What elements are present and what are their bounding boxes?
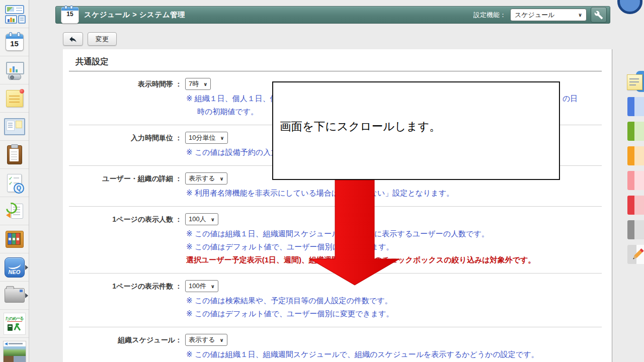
field-label: 表示時間帯 ： [69,78,182,118]
field-label: 組織スケジュール： [69,334,182,361]
users-per-page-select[interactable]: 100人∨ [185,213,218,225]
settings-function-select[interactable]: スケジュール ∨ [510,9,587,21]
back-button[interactable] [63,32,83,46]
chevron-down-icon: ∨ [203,81,207,87]
cabinet-icon [6,231,24,248]
label-pink-icon[interactable] [627,171,644,190]
chevron-down-icon: ∨ [220,337,224,343]
section-title: 共通設定 [69,54,602,71]
expand-arrow-icon [25,293,28,298]
chevron-down-icon: ∨ [578,12,582,18]
sidebar-item-folder[interactable] [0,282,29,310]
presentation-icon [5,61,25,79]
screen: 15 ✓✓ Q [0,0,644,362]
input-time-unit-select[interactable]: 10分単位∨ [185,132,228,144]
left-sidebar: 15 ✓✓ Q [0,0,29,362]
items-per-page-select[interactable]: 100件∨ [185,280,218,292]
breadcrumb: スケジュール > システム管理 [84,10,473,20]
label-orange-icon[interactable] [627,146,644,165]
sidebar-item-memo[interactable] [0,84,29,113]
field-notes: ※ この値は組織１日、組織週間スケジュールで、組織のスケジュールを表示するかどう… [186,348,602,361]
tanomail-label: たのめーる [4,316,25,321]
select-value: 100件 [189,282,206,291]
settings-wrench-button[interactable] [591,7,607,23]
annotation-message: 画面を下にスクロールします。 [280,119,441,134]
select-value: 7時 [189,79,199,88]
pencil-icon[interactable] [627,245,644,264]
neo-label: NEO [5,269,24,275]
calendar-day-label: 15 [61,11,78,18]
select-value: 10分単位 [189,133,215,142]
wrench-icon [594,11,603,20]
bulletin-board-icon [4,118,25,135]
clipboard-icon [7,145,22,164]
sidebar-item-workflow[interactable] [0,197,29,225]
field-label: 1ページの表示人数 ： [69,213,182,266]
user-org-detail-select[interactable]: 表示する∨ [185,172,227,185]
sidebar-item-neo[interactable]: NEO [0,253,29,282]
annotation-box: 画面を下にスクロールします。 [272,81,560,180]
circle-badge-icon[interactable] [617,0,642,14]
label-red-icon[interactable] [627,196,644,215]
calendar-icon: 15 [61,7,79,24]
field-label: 1ページの表示件数 ： [69,280,182,320]
select-value: 表示する [189,335,215,344]
portal-icon [5,5,25,24]
sidebar-item-tanomail[interactable]: たのめーる [0,310,29,338]
label-green-icon[interactable] [627,122,644,141]
memo-icon [6,90,23,107]
label-gray-icon[interactable] [627,220,644,239]
field-notes: ※ この値は検索結果や、予定項目等の個人設定の件数です。※ この値はデフォルト値… [186,294,602,320]
chevron-down-icon: ∨ [211,284,215,289]
folder-icon [5,288,25,303]
select-value: 表示する [189,174,215,183]
change-button[interactable]: 変更 [88,32,117,46]
toolbar: 変更 [63,32,117,46]
select-value: 100人 [189,215,206,224]
chevron-down-icon: ∨ [220,135,224,141]
field-note-tail: の日 [562,92,578,105]
survey-icon: ✓✓ Q [7,174,22,192]
field-note: ※ この値は検索結果や、予定項目等の個人設定の件数です。 [186,294,602,307]
schedule-calendar-icon: 15 [6,34,24,51]
header-bar: 15 スケジュール > システム管理 設定機能： スケジュール ∨ [55,6,610,24]
org-schedule-select[interactable]: 表示する∨ [185,334,227,346]
workflow-icon [6,203,23,220]
sidebar-item-bulletin[interactable] [0,113,29,141]
form-row-org-schedule: 組織スケジュール：表示する∨※ この値は組織１日、組織週間スケジュールで、組織の… [69,327,602,362]
field-value-area: 表示する∨※ この値は組織１日、組織週間スケジュールで、組織のスケジュールを表示… [185,334,602,361]
field-label: 入力時間単位 ： [69,132,182,159]
field-note: ※ この値はデフォルト値で、ユーザー個別に変更できます。 [186,307,602,320]
sidebar-item-survey[interactable]: ✓✓ Q [0,169,29,197]
tanomail-icon: たのめーる [4,313,26,335]
field-label: ユーザー・組織の詳細 ： [69,172,182,200]
scroll-down-arrow [302,179,408,287]
settings-function-label: 設定機能： [473,11,506,20]
expand-arrow-icon [25,265,28,270]
display-time-range-select[interactable]: 7時∨ [185,78,211,90]
chevron-down-icon: ∨ [220,176,224,182]
sticky-note-icon[interactable] [627,71,644,95]
sidebar-item-presentation[interactable] [0,56,29,84]
field-note: ※ この値は組織１日、組織週間スケジュールで、組織のスケジュールを表示するかどう… [186,348,602,361]
label-blue-icon[interactable] [627,97,644,116]
sidebar-item-schedule[interactable]: 15 [0,28,29,56]
chevron-down-icon: ∨ [211,217,215,222]
calendar-day-label: 15 [6,39,23,48]
sidebar-item-cabinet[interactable] [0,225,29,253]
settings-function-value: スケジュール [515,11,555,20]
back-arrow-icon [68,35,77,44]
photo-banner-icon [3,341,26,362]
sidebar-item-portal[interactable] [0,0,29,28]
neo-icon: NEO [5,257,25,278]
sidebar-item-clipboard[interactable] [0,141,29,169]
sidebar-item-banner[interactable] [0,338,29,362]
